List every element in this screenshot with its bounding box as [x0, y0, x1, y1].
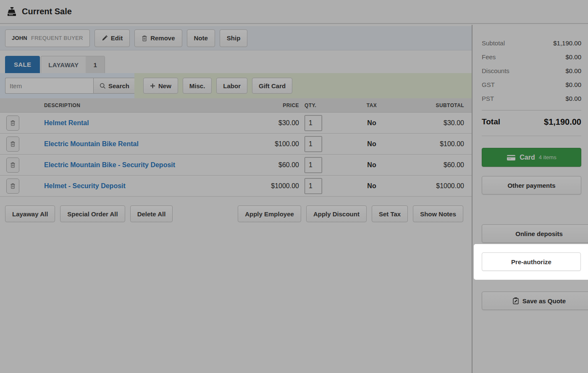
quantity-input[interactable] [304, 178, 322, 194]
pst-row: PST $0.00 [482, 92, 581, 105]
credit-card-icon [507, 154, 516, 161]
remove-customer-label: Remove [150, 34, 175, 42]
pencil-icon [102, 35, 108, 41]
bulk-actions-bar: Layaway All Special Order All Delete All… [0, 205, 472, 223]
subtotal-value: $1,190.00 [553, 39, 581, 47]
divider [482, 136, 581, 136]
ship-label: Ship [227, 34, 241, 42]
layaway-all-label: Layaway All [12, 210, 48, 218]
col-price: PRICE [244, 102, 299, 108]
remove-customer-button[interactable]: Remove [134, 29, 182, 47]
item-search-group: Search [5, 78, 136, 94]
item-price: $30.00 [244, 119, 299, 127]
item-link[interactable]: Electric Mountain Bike - Security Deposi… [25, 161, 244, 169]
edit-customer-label: Edit [111, 34, 123, 42]
card-payment-button[interactable]: Card 4 items [482, 148, 581, 167]
customer-name: JOHN [12, 35, 27, 41]
item-subtotal: $100.00 [407, 140, 472, 148]
fees-row: Fees $0.00 [482, 50, 581, 64]
total-value: $1,190.00 [544, 117, 581, 127]
delete-all-button[interactable]: Delete All [130, 205, 173, 222]
table-row: Electric Mountain Bike Rental $100.00 No… [0, 134, 472, 155]
misc-button[interactable]: Misc. [183, 78, 212, 94]
col-description: DESCRIPTION [25, 102, 244, 108]
total-label: Total [482, 117, 500, 126]
special-order-all-label: Special Order All [67, 210, 118, 218]
delete-all-label: Delete All [137, 210, 166, 218]
sale-main: JOHN FREQUENT BUYER Edit Remove Note [0, 25, 472, 373]
fees-value: $0.00 [565, 53, 581, 60]
new-item-label: New [158, 82, 171, 89]
search-button[interactable]: Search [93, 78, 136, 94]
delete-line-button[interactable] [6, 116, 19, 131]
totals-summary: Subtotal $1,190.00 Fees $0.00 Discounts … [473, 25, 588, 136]
apply-discount-label: Apply Discount [313, 210, 360, 218]
tab-layaway-label: LAYAWAY [41, 56, 86, 73]
item-entry-panel: Search New Misc. Labor Gift [0, 73, 472, 98]
apply-employee-button[interactable]: Apply Employee [238, 205, 301, 222]
item-subtotal: $30.00 [407, 119, 472, 127]
set-tax-button[interactable]: Set Tax [372, 205, 408, 222]
item-search-input[interactable] [5, 78, 93, 94]
sale-table-header: DESCRIPTION PRICE QTY. TAX SUBTOTAL [0, 98, 472, 113]
new-item-button[interactable]: New [143, 78, 178, 94]
fees-label: Fees [482, 53, 496, 60]
pre-authorize-button[interactable]: Pre-authorize [482, 252, 581, 271]
other-payments-label: Other payments [507, 182, 555, 189]
item-link[interactable]: Electric Mountain Bike Rental [25, 140, 244, 148]
edit-customer-button[interactable]: Edit [94, 29, 130, 47]
trash-icon [10, 141, 16, 147]
delete-line-button[interactable] [6, 158, 19, 173]
layaway-count-badge: 1 [86, 56, 104, 73]
item-price: $1000.00 [244, 182, 299, 190]
subtotal-row: Subtotal $1,190.00 [482, 36, 581, 50]
delete-line-button[interactable] [6, 179, 19, 194]
item-tax: No [336, 119, 407, 127]
item-link[interactable]: Helmet Rental [25, 119, 244, 127]
apply-employee-label: Apply Employee [245, 210, 294, 218]
table-row: Helmet - Security Deposit $1000.00 No $1… [0, 176, 472, 197]
online-deposits-button[interactable]: Online deposits [482, 224, 588, 243]
ship-button[interactable]: Ship [220, 29, 248, 47]
cash-register-icon [6, 7, 17, 17]
quantity-input[interactable] [304, 115, 322, 131]
totals-sidebar: Subtotal $1,190.00 Fees $0.00 Discounts … [473, 25, 588, 373]
tab-sale[interactable]: SALE [5, 56, 40, 73]
customer-type-badge: FREQUENT BUYER [31, 35, 83, 41]
subtotal-label: Subtotal [482, 39, 505, 47]
trash-icon [10, 162, 16, 168]
total-row: Total $1,190.00 [482, 114, 581, 130]
show-notes-button[interactable]: Show Notes [413, 205, 463, 222]
layaway-all-button[interactable]: Layaway All [5, 205, 55, 222]
quantity-input[interactable] [304, 136, 322, 152]
gst-value: $0.00 [565, 81, 581, 88]
item-price: $100.00 [244, 140, 299, 148]
save-as-quote-label: Save as Quote [522, 297, 566, 305]
quantity-input[interactable] [304, 157, 322, 173]
trash-icon [10, 183, 16, 189]
online-deposits-label: Online deposits [515, 230, 563, 237]
item-search-panel: Search [0, 73, 134, 98]
customer-chip[interactable]: JOHN FREQUENT BUYER [5, 29, 90, 47]
item-subtotal: $60.00 [407, 161, 472, 169]
special-order-all-button[interactable]: Special Order All [60, 205, 125, 222]
tab-layaway[interactable]: LAYAWAY 1 [41, 56, 105, 73]
col-qty: QTY. [299, 102, 336, 108]
item-link[interactable]: Helmet - Security Deposit [25, 182, 244, 190]
show-notes-label: Show Notes [420, 210, 456, 218]
other-payments-button[interactable]: Other payments [482, 176, 581, 194]
gift-card-label: Gift Card [259, 82, 286, 89]
save-as-quote-button[interactable]: Save as Quote [482, 292, 588, 310]
gift-card-button[interactable]: Gift Card [252, 78, 292, 94]
divider [482, 110, 581, 110]
apply-discount-button[interactable]: Apply Discount [306, 205, 367, 222]
pos-app: Current Sale JOHN FREQUENT BUYER Edit [0, 0, 588, 373]
labor-button[interactable]: Labor [216, 78, 247, 94]
search-button-label: Search [108, 82, 129, 89]
delete-line-button[interactable] [6, 137, 19, 152]
note-button[interactable]: Note [187, 29, 215, 47]
labor-label: Labor [223, 82, 241, 89]
item-tax: No [336, 161, 407, 169]
plus-icon [150, 83, 155, 89]
tab-sale-label: SALE [14, 61, 31, 68]
